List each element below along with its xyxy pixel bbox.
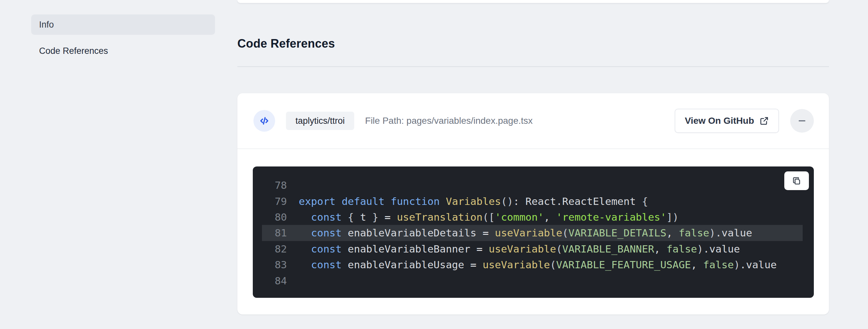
collapse-card-button[interactable] <box>790 109 814 133</box>
line-number: 84 <box>262 275 287 287</box>
copy-code-button[interactable] <box>784 171 809 190</box>
code-line-83: 83 const enableVariableUsage = useVariab… <box>262 257 803 272</box>
repo-chip: taplytics/ttroi <box>286 112 354 130</box>
line-number: 80 <box>262 211 287 223</box>
line-content: export default function Variables(): Rea… <box>287 196 648 207</box>
line-content: const enableVariableBanner = useVariable… <box>287 243 740 255</box>
line-content: const { t } = useTranslation(['common', … <box>287 211 679 223</box>
sidebar-item-code-references[interactable]: Code References <box>31 41 215 61</box>
page-title: Code References <box>237 37 335 51</box>
file-path-text: File Path: pages/variables/index.page.ts… <box>365 116 533 126</box>
code-line-82: 82 const enableVariableBanner = useVaria… <box>262 241 803 257</box>
code-lines: 7879export default function Variables():… <box>253 167 814 289</box>
previous-card-bottom-edge <box>237 0 829 3</box>
minus-icon <box>797 116 807 126</box>
sidebar-item-code-references-label: Code References <box>39 46 108 56</box>
view-on-github-button[interactable]: View On GitHub <box>675 109 779 133</box>
line-number: 83 <box>262 259 287 271</box>
sidebar-item-info-label: Info <box>39 20 54 30</box>
section-divider <box>237 66 829 67</box>
line-content: const enableVariableDetails = useVariabl… <box>287 227 752 239</box>
line-number: 79 <box>262 196 287 207</box>
view-on-github-label: View On GitHub <box>685 116 754 126</box>
repo-chip-label: taplytics/ttroi <box>296 116 345 126</box>
line-number: 78 <box>262 179 287 191</box>
code-snippet-block: 7879export default function Variables():… <box>253 167 814 298</box>
code-line-79: 79export default function Variables(): R… <box>262 193 803 209</box>
line-number: 81 <box>262 227 287 239</box>
sidebar-item-info[interactable]: Info <box>31 14 215 35</box>
code-reference-card: taplytics/ttroi File Path: pages/variabl… <box>237 93 829 315</box>
copy-icon <box>792 176 802 186</box>
code-line-81: 81 const enableVariableDetails = useVari… <box>262 225 803 241</box>
code-reference-card-header: taplytics/ttroi File Path: pages/variabl… <box>237 93 829 149</box>
code-line-80: 80 const { t } = useTranslation(['common… <box>262 209 803 225</box>
code-slash-icon <box>253 110 275 132</box>
line-content: const enableVariableUsage = useVariable(… <box>287 259 777 271</box>
code-line-84: 84 <box>262 272 803 288</box>
external-link-icon <box>760 116 769 125</box>
line-number: 82 <box>262 243 287 255</box>
code-line-78: 78 <box>262 177 803 193</box>
